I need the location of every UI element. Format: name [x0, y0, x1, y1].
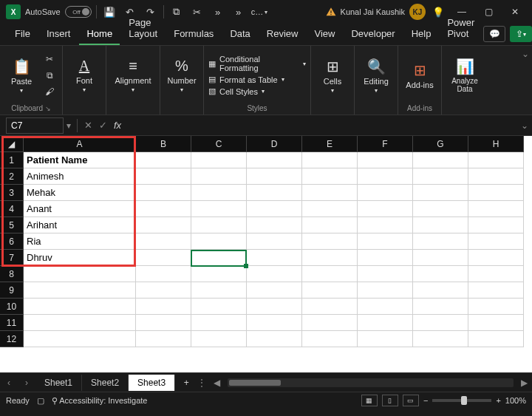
cell[interactable] — [247, 331, 302, 347]
cell[interactable] — [468, 168, 524, 185]
tab-developer[interactable]: Developer — [344, 24, 402, 45]
namebox-dropdown[interactable]: ▾ — [64, 120, 74, 131]
share-button[interactable]: ⇪▾ — [510, 26, 532, 42]
cell[interactable] — [247, 299, 302, 315]
cell[interactable]: Anant — [24, 201, 136, 217]
sheet-tab[interactable]: Sheet1 — [35, 375, 82, 391]
cell[interactable] — [468, 201, 524, 217]
copy-icon[interactable]: ⧉ — [168, 4, 185, 20]
cell[interactable] — [413, 168, 468, 185]
alignment-button[interactable]: ≡ Alignment ▾ — [111, 53, 155, 98]
cell[interactable] — [302, 315, 358, 331]
col-header-a[interactable]: A — [24, 136, 136, 152]
normal-view-button[interactable]: ▦ — [361, 395, 378, 406]
sheet-nav-next[interactable]: › — [18, 378, 35, 388]
tab-page-layout[interactable]: Page Layout — [121, 13, 165, 45]
cell[interactable] — [358, 152, 413, 168]
cell[interactable] — [468, 299, 524, 315]
cell[interactable] — [358, 233, 413, 250]
addins-button[interactable]: ⊞ Add-ins — [403, 53, 437, 98]
cell[interactable] — [358, 315, 413, 331]
cell[interactable] — [24, 299, 136, 315]
cell[interactable] — [136, 233, 191, 250]
avatar[interactable]: KJ — [409, 4, 426, 20]
cell[interactable] — [191, 331, 247, 347]
cut-button[interactable]: ✂ — [41, 52, 58, 66]
tab-view[interactable]: View — [307, 24, 342, 45]
cell[interactable] — [136, 331, 191, 347]
cell[interactable] — [358, 201, 413, 217]
cell[interactable]: Patient Name — [24, 152, 136, 168]
tab-review[interactable]: Review — [259, 24, 306, 45]
cell[interactable] — [358, 185, 413, 201]
cell[interactable]: Mehak — [24, 185, 136, 201]
spreadsheet-grid[interactable]: ◢ A B C D E F G H 1Patient Name 2Animesh… — [0, 136, 532, 372]
editing-button[interactable]: 🔍 Editing ▾ — [359, 53, 393, 98]
overflow-icon-2[interactable]: » — [231, 4, 247, 20]
cell[interactable] — [191, 201, 247, 217]
row-header[interactable]: 3 — [0, 185, 24, 201]
cell[interactable] — [468, 282, 524, 299]
row-header[interactable]: 4 — [0, 201, 24, 217]
fx-icon[interactable]: fx — [110, 120, 125, 131]
page-layout-view-button[interactable]: ▯ — [382, 395, 398, 406]
row-header[interactable]: 6 — [0, 233, 24, 250]
cell[interactable] — [24, 315, 136, 331]
cell[interactable] — [247, 152, 302, 168]
cell[interactable] — [302, 233, 358, 250]
zoom-slider[interactable] — [432, 399, 491, 402]
enter-formula-icon[interactable]: ✓ — [95, 120, 110, 131]
row-header[interactable]: 1 — [0, 152, 24, 168]
cell[interactable] — [413, 266, 468, 282]
cell[interactable] — [247, 168, 302, 185]
cell[interactable] — [247, 266, 302, 282]
cell[interactable] — [24, 331, 136, 347]
cell[interactable] — [358, 331, 413, 347]
cell[interactable] — [468, 217, 524, 233]
cancel-formula-icon[interactable]: ✕ — [81, 120, 95, 131]
cell[interactable] — [413, 331, 468, 347]
cell[interactable] — [247, 233, 302, 250]
macro-icon[interactable]: ▢ — [37, 396, 44, 406]
cell[interactable] — [302, 185, 358, 201]
cell[interactable] — [302, 266, 358, 282]
cell[interactable] — [191, 233, 247, 250]
tab-formulas[interactable]: Formulas — [166, 24, 221, 45]
cell[interactable] — [358, 266, 413, 282]
cell[interactable] — [191, 185, 247, 201]
select-all-corner[interactable]: ◢ — [0, 136, 24, 152]
cell[interactable] — [413, 217, 468, 233]
cell[interactable] — [191, 315, 247, 331]
cell[interactable] — [468, 315, 524, 331]
cell[interactable] — [302, 168, 358, 185]
scroll-right-icon[interactable]: ▶ — [521, 378, 528, 388]
page-break-view-button[interactable]: ▭ — [403, 395, 419, 406]
number-button[interactable]: % Number ▾ — [165, 53, 199, 98]
cell[interactable] — [247, 201, 302, 217]
row-header[interactable]: 11 — [0, 315, 24, 331]
col-header-b[interactable]: B — [136, 136, 191, 152]
tab-power-pivot[interactable]: Power Pivot — [440, 13, 482, 45]
cell[interactable] — [24, 282, 136, 299]
cell[interactable] — [191, 168, 247, 185]
cell[interactable] — [358, 282, 413, 299]
col-header-d[interactable]: D — [247, 136, 302, 152]
analyze-data-button[interactable]: 📊 Analyze Data — [446, 53, 483, 98]
close-button[interactable]: ✕ — [504, 2, 526, 21]
format-painter-button[interactable]: 🖌 — [41, 85, 58, 98]
col-header-e[interactable]: E — [302, 136, 358, 152]
overflow-icon[interactable]: » — [210, 4, 226, 20]
row-header[interactable]: 10 — [0, 299, 24, 315]
sheet-tab[interactable]: Sheet2 — [82, 375, 129, 391]
cell[interactable] — [136, 217, 191, 233]
cell[interactable] — [413, 233, 468, 250]
cell[interactable] — [136, 250, 191, 266]
format-as-table-button[interactable]: ▤ Format as Table ▾ — [208, 75, 306, 84]
cell[interactable] — [136, 282, 191, 299]
cell[interactable] — [191, 266, 247, 282]
zoom-out-button[interactable]: − — [423, 396, 428, 405]
cell[interactable] — [358, 299, 413, 315]
accessibility-status[interactable]: ⚲ Accessibility: Investigate — [52, 396, 148, 406]
row-header[interactable]: 5 — [0, 217, 24, 233]
row-header[interactable]: 9 — [0, 282, 24, 299]
